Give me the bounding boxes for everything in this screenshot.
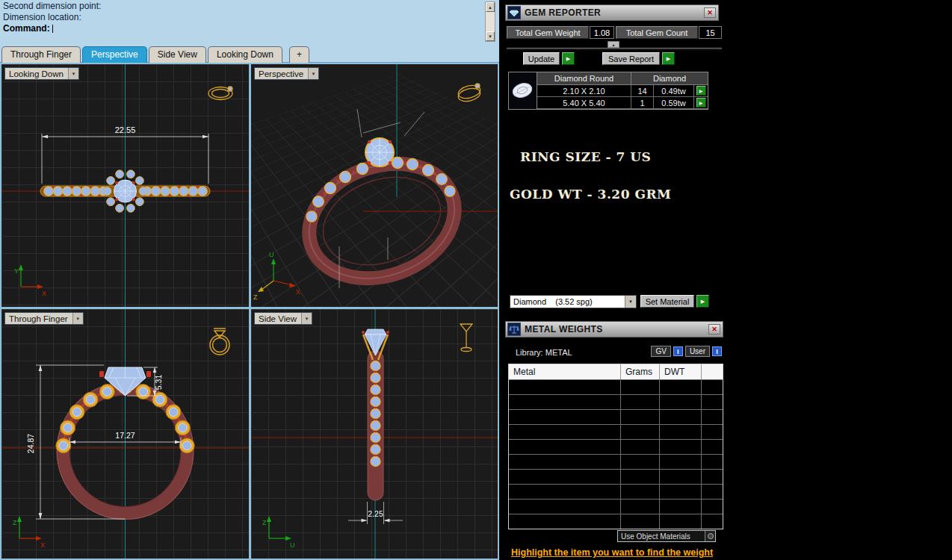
gem-reporter-titlebar[interactable]: GEM REPORTER ✕: [505, 4, 719, 21]
set-material-run-button[interactable]: ▶: [696, 295, 709, 308]
axis-widget: Z U: [262, 516, 295, 549]
close-icon[interactable]: ✕: [704, 7, 716, 18]
viewport-through-finger[interactable]: Through Finger ▼: [1, 309, 249, 559]
total-gem-weight-label: Total Gem Weight: [507, 26, 589, 39]
save-report-run-button[interactable]: ▶: [662, 52, 675, 65]
viewport-tab-bar: Through Finger Perspective Side View Loo…: [0, 45, 499, 63]
gem-size-cell: 2.10 X 2.10: [537, 85, 631, 97]
use-object-materials-dropdown[interactable]: Use Object Materials: [617, 530, 716, 542]
gem-table-col-material: Diamond: [631, 72, 708, 85]
axis-v-label: Z: [262, 519, 267, 526]
viewport-area: Looking Down ▼: [0, 63, 499, 560]
metal-table-row[interactable]: [509, 454, 723, 469]
metal-table-row[interactable]: [509, 409, 723, 424]
gem-count-cell: 1: [631, 97, 654, 109]
chevron-down-icon: ▼: [625, 296, 636, 308]
dim-label-width: 22.55: [115, 125, 136, 134]
viewport-looking-down[interactable]: Looking Down ▼: [1, 64, 249, 307]
perspective-drawing: U X Z: [251, 64, 498, 307]
tab-through-finger[interactable]: Through Finger: [1, 46, 81, 63]
ring-band: [293, 144, 471, 298]
tab-looking-down[interactable]: Looking Down: [208, 46, 282, 63]
library-label: Library: METAL: [516, 348, 572, 357]
run-arrow-icon: ▶: [667, 56, 670, 62]
gem-count-cell: 14: [631, 85, 654, 97]
run-arrow-icon: ▶: [566, 56, 570, 62]
axis-widget: Y X: [14, 264, 46, 297]
viewport-dropdown-looking-down[interactable]: Looking Down ▼: [4, 67, 79, 80]
metal-weights-window: METAL WEIGHTS ✕ Library: METAL GV I User…: [505, 321, 728, 560]
update-button[interactable]: Update: [523, 52, 560, 65]
metal-table-row[interactable]: [509, 394, 723, 409]
gem-size-cell: 5.40 X 5.40: [537, 97, 631, 109]
orientation-ring-icon: [460, 324, 472, 352]
scale-icon: [507, 323, 521, 336]
gem-reporter-title: GEM REPORTER: [525, 7, 704, 18]
axis-v-label: U: [269, 251, 274, 258]
metal-table-row[interactable]: [509, 439, 723, 454]
col-extra: [702, 364, 723, 379]
side-view-drawing: 2.25 Z U: [251, 309, 498, 559]
metal-table-row[interactable]: [509, 514, 723, 529]
viewport-perspective[interactable]: Perspective ▼: [251, 64, 498, 307]
set-material-button[interactable]: Set Material: [640, 295, 694, 308]
gem-icon: [507, 6, 521, 19]
gem-table-row[interactable]: 5.40 X 5.40 1 0.59tw ▶: [537, 97, 708, 109]
tab-side-view[interactable]: Side View: [149, 46, 206, 63]
axis-h-label: X: [42, 290, 46, 297]
gem-weight-cell: 0.59tw: [654, 97, 694, 109]
chevron-down-icon: ▼: [301, 313, 312, 324]
save-report-button[interactable]: Save Report: [602, 52, 660, 65]
ring-size-note: RING SIZE - 7 US: [520, 149, 651, 164]
metal-table-row[interactable]: [509, 379, 723, 394]
gem-reporter-window: GEM REPORTER ✕ Total Gem Weight 1.08 Tot…: [505, 0, 726, 321]
text-cursor: [52, 25, 53, 33]
dim-label-stone: 5.31: [154, 375, 163, 391]
metal-table-row[interactable]: [509, 424, 723, 439]
axis-v-label: Z: [13, 519, 17, 526]
gv-info-icon[interactable]: I: [673, 346, 683, 356]
viewport-dropdown-perspective[interactable]: Perspective ▼: [254, 67, 319, 80]
viewport-dropdown-through-finger[interactable]: Through Finger ▼: [4, 312, 84, 325]
col-dwt: DWT: [660, 364, 702, 379]
command-prompt[interactable]: Command:: [0, 22, 499, 34]
command-scrollbar[interactable]: ▲ ▼: [485, 1, 495, 42]
scroll-down-icon[interactable]: ▼: [486, 31, 495, 41]
radio-icon[interactable]: [705, 531, 715, 541]
tab-add[interactable]: +: [289, 46, 309, 63]
user-info-icon[interactable]: I: [712, 346, 722, 356]
dim-label-outer: 24.87: [26, 434, 35, 453]
chevron-down-icon: ▼: [308, 68, 318, 79]
close-icon[interactable]: ✕: [708, 324, 720, 335]
run-arrow-icon: ▶: [699, 100, 703, 105]
user-button[interactable]: User: [685, 346, 710, 357]
gem-table: Diamond Round Diamond 2.10 X 2.10 14 0.4…: [508, 72, 708, 110]
axis-h-label: U: [290, 541, 295, 549]
gem-row-run-button[interactable]: ▶: [696, 86, 706, 96]
metal-table-row[interactable]: [509, 484, 723, 499]
col-metal: Metal: [509, 364, 621, 379]
metal-weights-titlebar[interactable]: METAL WEIGHTS ✕: [505, 321, 723, 337]
orientation-ring-icon: [457, 84, 482, 104]
material-select[interactable]: Diamond (3.52 spg) ▼: [510, 295, 637, 308]
total-gem-count-value: 15: [699, 26, 722, 39]
metal-weights-title: METAL WEIGHTS: [525, 324, 708, 335]
viewport-side-view[interactable]: Side View ▼: [251, 309, 498, 559]
chevron-down-icon: ▼: [68, 68, 78, 79]
run-arrow-icon: ▶: [701, 299, 705, 305]
gv-button[interactable]: GV: [651, 346, 670, 357]
gold-weight-note: GOLD WT - 3.20 GRM: [510, 187, 671, 202]
gem-table-row[interactable]: 2.10 X 2.10 14 0.49tw ▶: [537, 85, 708, 97]
metal-table-row[interactable]: [509, 469, 723, 484]
gem-photo-icon: [509, 72, 537, 109]
tab-perspective[interactable]: Perspective: [82, 46, 147, 63]
center-stone: [365, 329, 386, 335]
viewport-dropdown-side-view[interactable]: Side View ▼: [254, 312, 312, 325]
update-run-button[interactable]: ▶: [562, 52, 575, 65]
axis-d-label: Z: [253, 293, 258, 301]
gem-row-run-button[interactable]: ▶: [696, 98, 706, 108]
collapse-spinner-icon[interactable]: ▲: [608, 41, 619, 48]
run-arrow-icon: ▶: [699, 88, 703, 93]
metal-table-row[interactable]: [509, 499, 723, 514]
scroll-up-icon[interactable]: ▲: [486, 2, 495, 12]
